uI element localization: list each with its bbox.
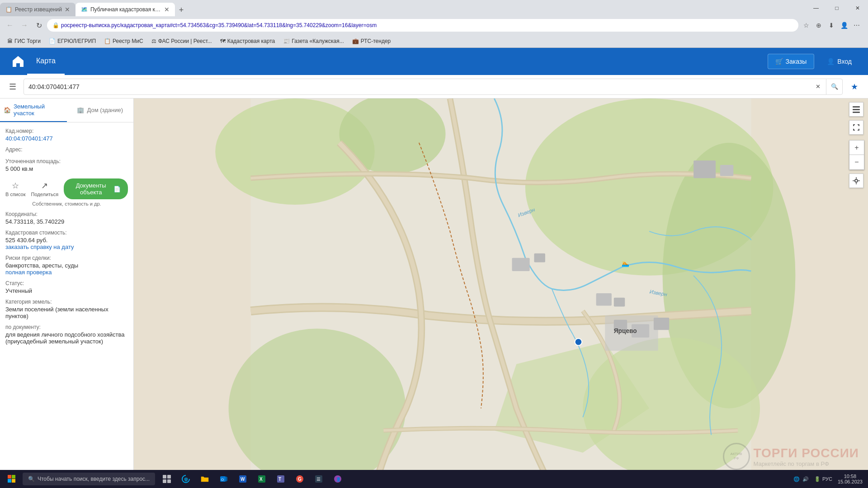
- search-favorite-button[interactable]: ★: [846, 79, 863, 95]
- cart-label: Заказы: [786, 58, 807, 65]
- excel-taskbar[interactable]: X: [253, 470, 271, 488]
- search-submit-button[interactable]: 🔍: [826, 79, 842, 94]
- share-icon: ↗: [41, 181, 48, 191]
- zoom-out-button[interactable]: −: [849, 155, 864, 169]
- word-taskbar[interactable]: W: [234, 470, 252, 488]
- coords-label: Координаты:: [5, 211, 128, 217]
- svg-rect-10: [512, 258, 529, 271]
- side-panel: 🏠 Земельный участок 🏢 Дом (здание) Кад.н…: [0, 99, 134, 488]
- svg-rect-17: [654, 318, 669, 330]
- cart-button[interactable]: 🛒 Заказы: [768, 54, 815, 69]
- tab-title-2: Публичная кадастровая карта ...: [90, 6, 161, 13]
- network-icon[interactable]: 🌐: [793, 476, 800, 482]
- forward-button[interactable]: →: [18, 19, 31, 32]
- svg-rect-32: [12, 475, 15, 479]
- reload-button[interactable]: ↻: [33, 19, 45, 32]
- search-input[interactable]: 40:04:070401:477: [24, 83, 810, 90]
- taskbar-search-icon: 🔍: [28, 476, 35, 482]
- tab-land[interactable]: 🏠 Земельный участок: [0, 99, 67, 122]
- svg-rect-34: [12, 479, 15, 483]
- bookmark-rts[interactable]: 💼 РТС-тендер: [349, 37, 394, 45]
- svg-point-18: [575, 338, 582, 346]
- svg-text:O: O: [221, 478, 224, 482]
- search-clear-button[interactable]: ✕: [810, 79, 826, 94]
- add-to-list-button[interactable]: ☆ В список: [5, 181, 26, 197]
- window-controls: — □ ✕: [806, 0, 868, 16]
- bookmark-label-7: РТС-тендер: [361, 38, 391, 44]
- map-fullscreen-button[interactable]: [849, 120, 863, 135]
- bookmark-label-2: ЕГРЮЛ/ЕГРИП: [57, 38, 96, 44]
- browser-chrome: 📋 Реестр извещений ✕ 🗺️ Публичная кадаст…: [0, 0, 868, 48]
- start-button[interactable]: [2, 470, 22, 488]
- address-bar[interactable]: 🔒 росреестр-выписка.рус/кадастровая_карт…: [47, 19, 798, 32]
- zoom-in-button[interactable]: +: [849, 141, 864, 155]
- svg-text:T: T: [278, 477, 281, 482]
- outlook-taskbar[interactable]: O: [215, 470, 233, 488]
- more-options-icon[interactable]: ⋯: [851, 19, 863, 31]
- download-icon[interactable]: ⬇: [826, 19, 837, 31]
- area-row: Уточненная площадь: 5 000 кв.м: [5, 158, 128, 172]
- area-label: Уточненная площадь:: [5, 158, 128, 164]
- app9-taskbar[interactable]: 👤: [329, 470, 347, 488]
- new-tab-button[interactable]: +: [175, 4, 188, 16]
- map-layer-button[interactable]: [849, 102, 863, 117]
- bookmark-egrul[interactable]: 📄 ЕГРЮЛ/ЕГРИП: [45, 37, 99, 45]
- teams-taskbar[interactable]: T: [272, 470, 290, 488]
- explorer-taskbar[interactable]: [196, 470, 214, 488]
- extension-icon[interactable]: ⊕: [813, 19, 825, 31]
- tab-close-1[interactable]: ✕: [65, 6, 70, 13]
- taskbar-clock[interactable]: 10:58 15.06.2023: [834, 474, 866, 484]
- share-button[interactable]: ↗ Поделиться: [31, 181, 59, 197]
- login-button[interactable]: 👤 Вход: [820, 54, 859, 69]
- close-button[interactable]: ✕: [847, 0, 868, 16]
- document-row: по документу: для ведения личного подсоб…: [5, 324, 128, 345]
- lock-icon: 🔒: [52, 22, 59, 28]
- address-label: Адрес:: [5, 146, 128, 153]
- bookmark-gazeta[interactable]: 📰 Газета «Калужская...: [279, 37, 348, 45]
- map-area[interactable]: Изверн Изверн Ярцево 🏊: [134, 99, 868, 488]
- taskbar-search-placeholder: Чтобы начать поиск, введите здесь запрос…: [38, 476, 150, 482]
- bookmark-kadastr[interactable]: 🗺 Кадастровая карта: [217, 37, 279, 45]
- bookmark-label-6: Газета «Калужская...: [292, 38, 344, 44]
- bookmark-icon-1: 🏛: [7, 38, 13, 44]
- maximize-button[interactable]: □: [826, 0, 847, 16]
- app7-taskbar[interactable]: G: [291, 470, 309, 488]
- status-row: Статус: Учтенный: [5, 280, 128, 294]
- app8-taskbar[interactable]: ☰: [310, 470, 328, 488]
- tab-inactive[interactable]: 📋 Реестр извещений ✕: [0, 3, 75, 16]
- kadastr-number-value[interactable]: 40:04:070401:477: [5, 135, 128, 142]
- map-nav-button[interactable]: Карта: [27, 48, 65, 75]
- bookmark-reestr[interactable]: 📋 Реестр МиС: [100, 37, 147, 45]
- volume-icon[interactable]: 🔊: [802, 476, 809, 482]
- bookmark-star-icon[interactable]: ☆: [800, 19, 812, 31]
- taskbar-apps: O W X T G: [158, 470, 347, 488]
- back-button[interactable]: ←: [4, 19, 16, 32]
- tab-close-2[interactable]: ✕: [164, 6, 170, 13]
- bookmark-fas[interactable]: ⚖ ФАС России | Реест...: [148, 37, 216, 45]
- kadastr-number-row: Кад.номер: 40:04:070401:477: [5, 128, 128, 142]
- svg-rect-24: [853, 109, 860, 110]
- svg-rect-38: [167, 479, 171, 483]
- tab-active[interactable]: 🗺️ Публичная кадастровая карта ... ✕: [75, 3, 175, 16]
- profile-icon[interactable]: 👤: [838, 19, 850, 31]
- task-view-button[interactable]: [158, 470, 176, 488]
- cost-link[interactable]: заказать справку на дату: [5, 244, 128, 250]
- tab-building[interactable]: 🏢 Дом (здание): [67, 99, 134, 122]
- hamburger-button[interactable]: ☰: [5, 80, 20, 94]
- address-text-value: росреестр-выписка.рус/кадастровая_карта#…: [61, 22, 377, 28]
- risks-link[interactable]: полная проверка: [5, 269, 128, 276]
- document-label: по документу:: [5, 324, 128, 330]
- risks-label: Риски при сделки:: [5, 255, 128, 261]
- map-locate-button[interactable]: [849, 174, 863, 188]
- minimize-button[interactable]: —: [806, 0, 826, 16]
- docs-button[interactable]: Документы объекта 📄: [64, 178, 128, 199]
- bookmark-gis[interactable]: 🏛 ГИС Торги: [4, 37, 44, 45]
- panel-actions: ☆ В список ↗ Поделиться Документы объект…: [5, 177, 128, 201]
- battery-icon[interactable]: 🔋: [814, 476, 821, 482]
- lang-indicator[interactable]: РУС: [822, 476, 832, 482]
- map-canvas[interactable]: Изверн Изверн Ярцево 🏊: [134, 99, 868, 488]
- share-label: Поделиться: [31, 192, 59, 197]
- taskbar-search[interactable]: 🔍 Чтобы начать поиск, введите здесь запр…: [23, 473, 155, 485]
- home-logo-button[interactable]: [9, 52, 27, 70]
- edge-browser-taskbar[interactable]: [177, 470, 195, 488]
